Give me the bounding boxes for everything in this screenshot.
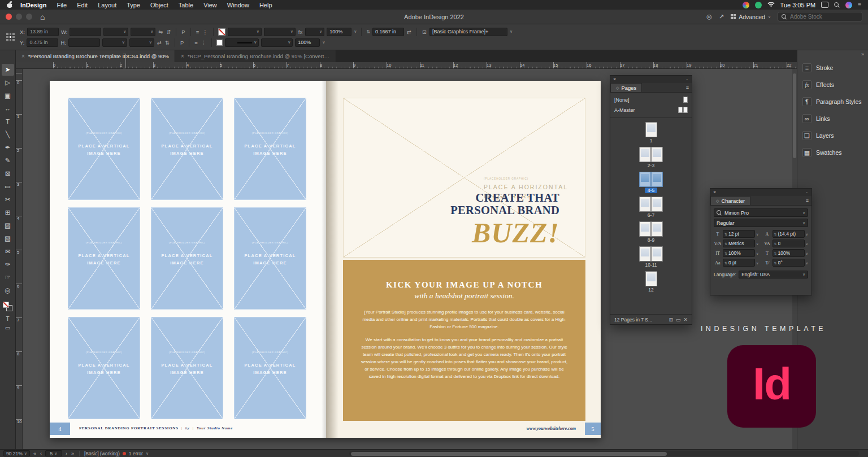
share-icon[interactable]: ↗	[719, 13, 724, 20]
effects-fx-icon[interactable]: fx	[298, 29, 303, 35]
panel-menu-icon[interactable]: ≡	[806, 198, 809, 203]
zoom-tool[interactable]: ◎	[2, 285, 14, 297]
close-window-button[interactable]	[6, 14, 12, 20]
distribute-icon[interactable]: ⋮	[202, 29, 209, 35]
flip-horizontal-icon[interactable]: ⇋	[158, 29, 163, 35]
y-position-field[interactable]: 0.475 in	[27, 38, 58, 47]
delete-page-icon[interactable]: ✕	[683, 317, 688, 323]
menubar-item-help[interactable]: Help	[254, 2, 277, 8]
chevron-down-icon[interactable]: ∨	[806, 242, 808, 246]
page-number-select[interactable]: 5∨	[45, 450, 62, 456]
note-tool[interactable]: ✉	[2, 246, 14, 258]
menubar-item-object[interactable]: Object	[145, 2, 173, 8]
panel-button-effects[interactable]: fxEffects	[797, 76, 868, 93]
chevron-down-icon[interactable]: ∨	[806, 261, 808, 265]
stroke-weight-select[interactable]: ∨	[228, 28, 262, 36]
close-icon[interactable]: ×	[713, 190, 716, 195]
font-size-field[interactable]: T⇅12 pt∨	[714, 230, 759, 238]
tab-pages[interactable]: ◇ Pages	[610, 83, 642, 92]
menubar-item-file[interactable]: File	[51, 2, 72, 8]
wifi-icon[interactable]	[767, 2, 775, 7]
next-page-button[interactable]: ›	[65, 451, 68, 456]
wrap-icon[interactable]: P	[181, 29, 185, 35]
pencil-tool[interactable]: ✎	[2, 155, 14, 167]
page-thumbnail-4-5[interactable]: 4-5	[639, 172, 663, 193]
direct-selection-tool[interactable]: ▷	[2, 77, 14, 89]
height-field[interactable]	[68, 38, 100, 47]
chevron-down-icon[interactable]: ∨	[756, 261, 758, 265]
screen-mode-button[interactable]: ▭	[2, 324, 14, 333]
shear-angle-select[interactable]: ∨	[129, 38, 154, 47]
corner-options-select[interactable]: ∨	[261, 38, 293, 47]
panel-button-layers[interactable]: ❏Layers	[797, 127, 868, 144]
gradient-swatch-tool[interactable]: ▨	[2, 220, 14, 232]
placeholder-image-frame[interactable]: (PLACEHOLDER GRAPHIC)PLACE A VERTICALIMA…	[234, 317, 306, 419]
menubar-item-edit[interactable]: Edit	[72, 2, 93, 8]
align-icon-2[interactable]: ≡	[194, 40, 198, 46]
placeholder-image-frame[interactable]: (PLACEHOLDER GRAPHIC)PLACE A VERTICALIMA…	[234, 207, 306, 310]
opacity-field[interactable]: 100%	[327, 28, 351, 36]
stock-search-input[interactable]	[790, 14, 852, 20]
tab-close-icon[interactable]: ×	[21, 53, 25, 59]
selection-tool[interactable]: ➤	[2, 64, 14, 76]
menubar-item-layout[interactable]: Layout	[93, 2, 121, 8]
scale-x-select[interactable]: ∨	[103, 28, 128, 36]
scissors-tool[interactable]: ✂	[2, 194, 14, 206]
panel-menu-icon[interactable]: ≡	[686, 85, 689, 90]
flip-vertical-icon[interactable]: ⇵	[166, 29, 171, 35]
adobe-stock-search[interactable]	[778, 12, 862, 21]
placeholder-image-frame[interactable]: (PLACEHOLDER GRAPHIC)PLACE A VERTICALIMA…	[68, 317, 140, 419]
scale-y-select[interactable]: ∨	[102, 38, 127, 47]
hand-tool[interactable]: ☞	[2, 272, 14, 284]
page-thumbnail-8-9[interactable]: 8-9	[639, 221, 663, 243]
close-icon[interactable]: ×	[613, 77, 616, 82]
input-source-icon[interactable]	[821, 2, 828, 8]
rectangle-frame-tool[interactable]: ⊠	[2, 168, 14, 180]
scrollbar-thumb[interactable]	[351, 452, 667, 456]
document-tab-2[interactable]: ×*RCP_Personal Branding Brochure.indd @ …	[175, 50, 336, 62]
page-tool[interactable]: ▣	[2, 90, 14, 102]
gutter-value-field[interactable]: 0.1667 in	[372, 28, 404, 36]
stroke-none-swatch[interactable]	[3, 302, 9, 308]
panel-button-links[interactable]: ∞Links	[797, 110, 868, 127]
menubar-app-icon[interactable]	[743, 2, 749, 8]
language-select[interactable]: English: USA ∨	[739, 271, 808, 278]
x-position-field[interactable]: 13.89 in	[27, 28, 59, 36]
constrain-proportions-link-icon[interactable]	[123, 54, 126, 68]
arrowhead-select[interactable]: ∨	[305, 28, 324, 36]
frame-fitting-icon[interactable]: ⊡	[422, 29, 427, 35]
kerning-field[interactable]: V∕A⇅Metrics∨	[714, 240, 759, 247]
apple-menu-icon[interactable]	[7, 1, 13, 8]
menubar-item-window[interactable]: Window	[222, 2, 254, 8]
rectangle-tool[interactable]: ▭	[2, 181, 14, 193]
menubar-item-table[interactable]: Table	[173, 2, 198, 8]
vertical-ruler[interactable]: 012345678910	[16, 69, 23, 449]
panel-collapse-icon[interactable]: ▫	[806, 190, 809, 194]
menubar-status-icon[interactable]	[755, 2, 762, 8]
align-icon[interactable]: ≡	[196, 29, 200, 35]
page-thumbnail-6-7[interactable]: 6-7	[639, 197, 663, 218]
page-thumbnail-12[interactable]: 12	[645, 271, 657, 293]
width-field[interactable]	[70, 28, 101, 36]
page-spread[interactable]: (PLACEHOLDER GRAPHIC)PLACE A VERTICALIMA…	[50, 81, 601, 438]
master-item-a-master[interactable]: A-Master	[614, 105, 688, 115]
distribute-icon-2[interactable]: ⋮	[201, 40, 207, 46]
website-text[interactable]: www.yourwebsitehere.com	[527, 426, 576, 431]
page-thumbnail-2-3[interactable]: 2-3	[639, 147, 663, 168]
first-page-button[interactable]: «	[33, 451, 37, 456]
rotation-angle-select[interactable]: ∨	[131, 28, 155, 36]
preflight-profile-label[interactable]: [Basic] (working)	[84, 451, 120, 456]
panel-button-paragraph-styles[interactable]: ¶Paragraph Styles	[797, 93, 868, 110]
zoom-level-select[interactable]: 90.21%∨	[3, 450, 30, 456]
left-page-footer[interactable]: PERSONAL BRANDING PORTRAIT SESSIONS | by…	[79, 426, 233, 430]
stroke-color-swatch[interactable]	[218, 28, 225, 36]
chevron-down-icon[interactable]: ∨	[806, 232, 808, 236]
placeholder-image-frame[interactable]: (PLACEHOLDER GRAPHIC)PLACE A VERTICALIMA…	[234, 98, 306, 200]
page-5[interactable]: (PLACEHOLDER GRAPHIC) PLACE A HORIZONTAL…	[326, 81, 601, 438]
tab-character[interactable]: ◇ Character	[710, 196, 750, 205]
menubar-item-indesign[interactable]: InDesign	[15, 2, 51, 8]
tab-close-icon[interactable]: ×	[181, 53, 184, 59]
formatting-affects-text-button[interactable]: T	[2, 315, 14, 324]
baseline-shift-field[interactable]: Aa⇅0 pt∨	[714, 259, 759, 267]
spotlight-search-icon[interactable]	[834, 2, 840, 8]
